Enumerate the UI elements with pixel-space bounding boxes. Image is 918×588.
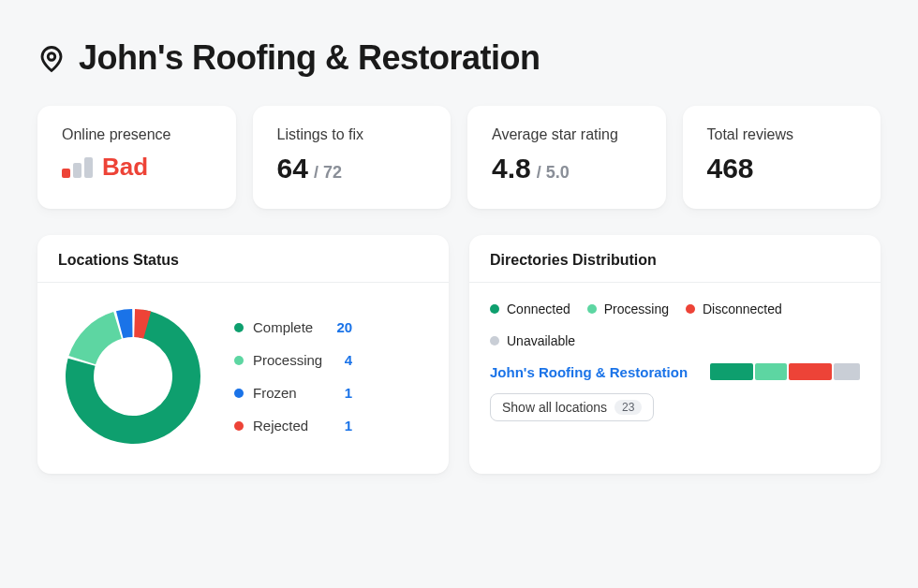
- legend-item: Processing: [587, 301, 669, 316]
- legend-item: Frozen1: [234, 385, 352, 401]
- legend-label: Connected: [507, 301, 570, 316]
- legend-item: Disconnected: [686, 301, 782, 316]
- card-online-presence: Online presence Bad: [37, 106, 236, 209]
- legend-item: Complete20: [234, 319, 352, 335]
- button-label: Show all locations: [502, 400, 607, 415]
- signal-icon: [62, 157, 93, 178]
- listings-value: 64: [277, 153, 308, 184]
- legend-dot-icon: [686, 304, 695, 314]
- directories-legend: ConnectedProcessingDisconnectedUnavailab…: [490, 301, 860, 348]
- legend-label: Processing: [604, 301, 669, 316]
- card-total-reviews: Total reviews 468: [683, 106, 881, 209]
- presence-value: Bad: [102, 153, 148, 182]
- legend-value: 1: [332, 385, 352, 401]
- page-header: John's Roofing & Restoration: [37, 37, 881, 78]
- card-listings-to-fix: Listings to fix 64 / 72: [253, 106, 452, 209]
- legend-item: Rejected1: [234, 418, 352, 434]
- bar-segment: [834, 363, 860, 380]
- bar-segment: [710, 363, 753, 380]
- legend-label: Unavailable: [507, 333, 575, 348]
- panel-title: Locations Status: [37, 235, 449, 283]
- directories-bar: [710, 363, 860, 380]
- directories-row: John's Roofing & Restoration: [490, 363, 860, 380]
- legend-dot-icon: [234, 323, 244, 332]
- listings-sub: / 72: [314, 163, 342, 183]
- legend-value: 20: [332, 319, 352, 335]
- legend-dot-icon: [490, 304, 499, 314]
- show-all-locations-button[interactable]: Show all locations 23: [490, 393, 654, 421]
- legend-label: Rejected: [253, 418, 322, 434]
- panel-directories-distribution: Directories Distribution ConnectedProces…: [469, 235, 881, 474]
- legend-item: Connected: [490, 301, 570, 316]
- svg-point-0: [48, 53, 55, 61]
- legend-item: Processing4: [234, 352, 352, 368]
- legend-dot-icon: [234, 389, 244, 398]
- panel-locations-status: Locations Status Complete20Processing4Fr…: [37, 235, 449, 474]
- legend-label: Disconnected: [703, 301, 782, 316]
- location-pin-icon: [37, 45, 66, 73]
- legend-value: 4: [332, 352, 352, 368]
- count-badge: 23: [614, 400, 642, 415]
- legend-dot-icon: [587, 304, 597, 314]
- card-label: Total reviews: [707, 126, 857, 143]
- stat-cards-row: Online presence Bad Listings to fix 64 /…: [37, 106, 881, 209]
- rating-value: 4.8: [492, 153, 531, 184]
- legend-value: 1: [332, 418, 352, 434]
- legend-dot-icon: [234, 421, 244, 431]
- card-label: Online presence: [62, 126, 212, 143]
- legend-label: Frozen: [253, 385, 322, 401]
- legend-label: Complete: [253, 319, 322, 335]
- locations-legend: Complete20Processing4Frozen1Rejected1: [234, 319, 352, 434]
- reviews-value: 468: [707, 153, 754, 184]
- directory-location-name: John's Roofing & Restoration: [490, 364, 693, 380]
- legend-dot-icon: [234, 356, 244, 365]
- bar-segment: [789, 363, 832, 380]
- legend-item: Unavailable: [490, 333, 575, 348]
- page-title: John's Roofing & Restoration: [79, 37, 540, 78]
- bar-segment: [755, 363, 787, 380]
- card-label: Listings to fix: [277, 126, 427, 143]
- legend-label: Processing: [253, 352, 322, 368]
- card-average-rating: Average star rating 4.8 / 5.0: [467, 106, 666, 209]
- panel-title: Directories Distribution: [469, 235, 881, 283]
- rating-sub: / 5.0: [537, 163, 570, 183]
- locations-donut-chart: [58, 301, 208, 451]
- legend-dot-icon: [490, 336, 499, 345]
- card-label: Average star rating: [492, 126, 642, 143]
